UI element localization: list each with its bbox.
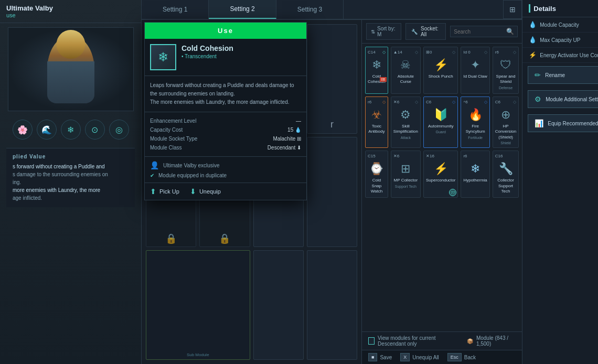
- avail-badge-c14: C14: [368, 50, 376, 55]
- details-title: Details: [522, 0, 598, 17]
- avail-module-cold-cohesion-1[interactable]: C14 ◇ ❄ Cold Cohesion !!!: [365, 47, 388, 94]
- equipped-slot-8[interactable]: [307, 137, 357, 247]
- applied-value-title: plied Value: [13, 154, 129, 159]
- avail-icon-spear-shield: 🛡: [500, 58, 511, 72]
- tabs-bar: Setting 1 Setting 2 Setting 3 ⊞: [142, 0, 522, 20]
- avail-module-mp-collector[interactable]: ✕6 ⊞ MP Collector Support Tech: [391, 151, 421, 198]
- additional-settings-label: Module Additional Settings: [546, 97, 598, 102]
- avail-module-fire-syncytium[interactable]: ^6 ◇ 🔥 Fire Syncytium Fortitude: [461, 97, 489, 148]
- tab-setting1[interactable]: Setting 1: [142, 0, 209, 19]
- avail-name-toxic-antibody: Toxic Antibody: [368, 124, 386, 135]
- avail-top-dual: Id 0 ◇: [463, 50, 487, 55]
- character-header: Ultimate Valby use: [0, 0, 141, 23]
- unequip-all-label: Unequip All: [412, 355, 439, 360]
- tab-setting3[interactable]: Setting 3: [276, 0, 344, 19]
- skill-icon-1[interactable]: 🌸: [13, 120, 33, 140]
- avail-corner-6: ◇: [382, 100, 386, 104]
- search-wrap[interactable]: 🔍: [450, 26, 518, 37]
- socket-label: Socket: All: [421, 26, 440, 37]
- avail-module-dual-claw[interactable]: Id 0 ◇ ✦ Id Dual Claw: [461, 47, 489, 94]
- avail-module-shock-punch[interactable]: ⊞0 ◇ ⚡ Shock Punch: [423, 47, 458, 94]
- pick-up-button[interactable]: ⬆ Pick Up: [150, 187, 179, 196]
- rename-button[interactable]: ✏ Rename: [528, 66, 598, 84]
- equipped-slot-9[interactable]: Sub Module: [146, 250, 250, 360]
- avail-icon-skill-simplification: ⚙: [400, 108, 411, 122]
- popup-use-button[interactable]: Use: [145, 23, 306, 39]
- skill-icon-4[interactable]: ⊙: [85, 120, 105, 140]
- avail-module-skill-simplification[interactable]: ✕6 ◇ ⚙ Skill Simplification Attack: [391, 97, 421, 148]
- sort-button[interactable]: ⇅ Sort by: M: [366, 23, 401, 40]
- stat-enhancement: Enhancement Level —: [150, 116, 301, 125]
- avail-icon-absolute-curse: ☠: [400, 58, 411, 72]
- module-additional-settings-button[interactable]: ⚙ Module Additional Settings: [528, 90, 598, 108]
- equipped-slot-4[interactable]: r: [307, 24, 357, 134]
- save-footer-btn[interactable]: ■ Save: [368, 353, 392, 361]
- avail-badge-auto: C6: [426, 100, 431, 104]
- avail-badge-cold-snap: C15: [368, 154, 376, 158]
- avail-top-super: ✕16: [426, 154, 455, 158]
- avail-top-mp: ✕6: [393, 154, 418, 158]
- character-title: Ultimate Valby: [6, 4, 53, 12]
- avail-corner-2: ◇: [415, 50, 418, 55]
- sort-icon: ⇅: [371, 29, 375, 35]
- popup-stats: Enhancement Level — Capacity Cost 15 💧 M…: [145, 112, 306, 157]
- module-icon: 📦: [467, 338, 473, 344]
- footer-actions: ■ Save X Unequip All Esc Back: [362, 350, 522, 364]
- avail-name-shock-punch: Shock Punch: [429, 74, 453, 79]
- avail-badge-hp: C6: [495, 100, 500, 104]
- stat-socket-label: Module Socket Type: [150, 136, 197, 142]
- avail-badge-spear: r6: [495, 50, 499, 55]
- tab-grid-icon[interactable]: ⊞: [503, 0, 522, 19]
- avail-name-fire-syncytium: Fire Syncytium: [463, 124, 487, 135]
- avail-name-superconductor: Superconductor: [426, 178, 455, 183]
- stat-class: Module Class Descendant ⬇: [150, 143, 301, 152]
- avail-corner-1: ◇: [382, 50, 386, 55]
- avail-sub-fortitude: Fortitude: [468, 136, 483, 140]
- skill-icon-2[interactable]: 🌊: [37, 120, 57, 140]
- avail-corner-5: ◇: [513, 50, 516, 55]
- avail-icon-dual-claw: ✦: [471, 58, 480, 72]
- duplicate-warning-text: Module equipped in duplicate: [158, 173, 227, 178]
- avail-top-absolute: ▲14 ◇: [393, 50, 418, 55]
- rename-label: Rename: [545, 72, 565, 78]
- skill-icon-5[interactable]: ◎: [109, 120, 129, 140]
- avail-module-absolute-curse[interactable]: ▲14 ◇ ☠ Absolute Curse: [391, 47, 421, 94]
- avail-top-cold-snap: C15: [368, 154, 386, 158]
- character-subtitle[interactable]: use: [6, 12, 53, 18]
- avail-module-spear-shield[interactable]: r6 ◇ 🛡 Spear and Shield Defense: [493, 47, 519, 94]
- avail-module-collector-support[interactable]: C16 🔧 Collector Support Tech: [493, 151, 519, 198]
- popup-module-glyph: ❄: [158, 50, 168, 65]
- socket-all-button[interactable]: 🔧 Socket: All: [405, 23, 446, 40]
- avail-module-cold-snap-watch[interactable]: C15 ⌚ Cold Snap Watch: [365, 151, 388, 198]
- avail-icon-mp-collector: ⊞: [401, 162, 410, 176]
- avail-name-hypothermia: Hypothermia: [463, 178, 487, 183]
- avail-module-hypothermia[interactable]: r6 ❄ Hypothermia: [461, 151, 489, 198]
- avail-name-dual-claw: Id Dual Claw: [463, 74, 487, 79]
- pick-up-label: Pick Up: [159, 188, 179, 195]
- equip-recommended-button[interactable]: 📊 Equip Recommended Modu...: [528, 114, 598, 132]
- checkbox-wrap[interactable]: View modules for current Descendant only: [368, 335, 461, 347]
- unequip-button[interactable]: ⬇ Unequip: [190, 187, 221, 196]
- unequip-all-footer-btn[interactable]: X Unequip All: [400, 353, 439, 361]
- tab-setting2[interactable]: Setting 2: [209, 0, 276, 19]
- avail-corner-8: ◇: [452, 100, 455, 104]
- filter-checkbox[interactable]: [368, 337, 375, 345]
- save-label: Save: [380, 355, 392, 360]
- skill-icon-3[interactable]: ❄: [61, 120, 81, 140]
- avail-corner-10: ◇: [513, 100, 516, 104]
- avail-module-toxic-antibody[interactable]: r6 ◇ ☣ Toxic Antibody: [365, 97, 388, 148]
- avail-module-hp-conversion[interactable]: C6 ◇ ⊕ HP Conversion (Shield) Shield: [493, 97, 519, 148]
- search-input[interactable]: [454, 29, 506, 35]
- unequip-icon: ⬇: [190, 187, 196, 196]
- equipped-slot-11[interactable]: [307, 250, 357, 360]
- back-label: Back: [464, 355, 476, 360]
- avail-icon-cold-cohesion-1: ❄: [372, 58, 381, 72]
- save-key: ■: [368, 353, 377, 361]
- back-footer-btn[interactable]: Esc Back: [447, 353, 476, 361]
- avail-module-superconductor[interactable]: ✕16 ⚡ Superconductor 77: [423, 151, 458, 198]
- avail-module-autoimmunity[interactable]: C6 ◇ 🔰 Autoimmunity Guard: [423, 97, 458, 148]
- avail-badge-shock: ⊞0: [426, 50, 432, 55]
- avail-sub-guard: Guard: [435, 130, 445, 134]
- equipped-slot-10[interactable]: [253, 250, 304, 360]
- avail-icon-hp-conversion: ⊕: [501, 108, 510, 122]
